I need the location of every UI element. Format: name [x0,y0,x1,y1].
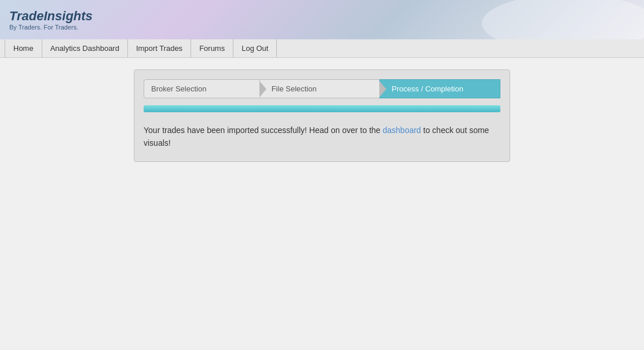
wizard-container: Broker Selection File Selection Process … [134,69,510,162]
main-content: Broker Selection File Selection Process … [0,58,644,174]
step-process[interactable]: Process / Completion [379,79,500,98]
step-broker-label: Broker Selection [151,84,206,93]
step-file-label: File Selection [272,84,317,93]
logo-subtitle: By Traders. For Traders. [9,24,93,31]
nav-item-analytics[interactable]: Analytics Dashboard [42,39,128,57]
step-process-label: Process / Completion [391,84,463,93]
main-nav: Home Analytics Dashboard Import Trades F… [0,39,644,58]
completion-message: Your trades have been imported successfu… [144,121,500,152]
step-broker[interactable]: Broker Selection [144,79,260,98]
nav-item-forums[interactable]: Forums [191,39,233,57]
progress-bar [144,105,500,112]
nav-item-import[interactable]: Import Trades [128,39,191,57]
success-text-before: Your trades have been imported successfu… [144,126,383,135]
wizard-steps: Broker Selection File Selection Process … [144,79,500,98]
dashboard-link[interactable]: dashboard [383,126,421,135]
nav-item-home[interactable]: Home [5,39,42,57]
nav-item-logout[interactable]: Log Out [233,39,277,57]
logo-title: TradeInsights [9,9,93,24]
step-file[interactable]: File Selection [259,79,380,98]
logo: TradeInsights By Traders. For Traders. [9,9,93,31]
page-header: TradeInsights By Traders. For Traders. [0,0,644,39]
progress-bar-fill [144,105,500,112]
